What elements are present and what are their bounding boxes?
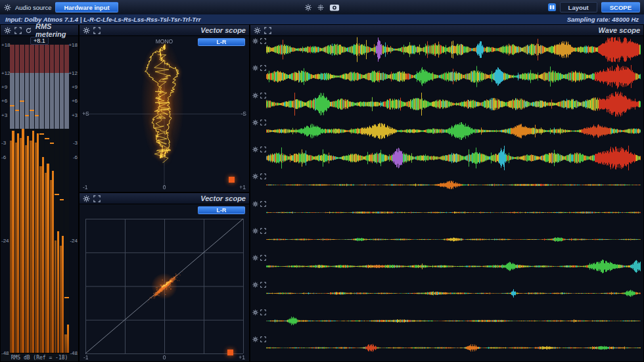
vector-top-mode-button[interactable]: L-R [198, 38, 245, 46]
wave-row-expand-icon[interactable] [260, 309, 266, 315]
wave-row-icons [252, 147, 266, 152]
peak-bar [32, 131, 34, 353]
waveform-canvas [250, 307, 643, 334]
wave-row-gear-icon[interactable] [252, 93, 258, 99]
wave-row-expand-icon[interactable] [260, 255, 266, 261]
wave-row-expand-icon[interactable] [260, 228, 266, 234]
wave-row-expand-icon[interactable] [260, 201, 266, 207]
rms-peak-readout: +8.1 [30, 37, 49, 45]
clip-indicator[interactable] [229, 177, 235, 183]
rms-expand-icon[interactable] [14, 27, 22, 34]
wave-row-expand-icon[interactable] [260, 65, 266, 71]
wave-gear-icon[interactable] [254, 27, 261, 34]
peak-bar [62, 236, 64, 353]
zone-gray [55, 73, 59, 129]
screenshot-camera-icon[interactable] [330, 4, 340, 11]
wave-row-expand-icon[interactable] [260, 336, 266, 342]
peak-bar [47, 164, 49, 353]
rms-reset-icon[interactable] [25, 27, 32, 34]
wave-row-expand-icon[interactable] [260, 147, 266, 152]
wave-row-gear-icon[interactable] [252, 120, 258, 125]
wave-row-gear-icon[interactable] [252, 228, 258, 234]
wave-row-icons [252, 228, 266, 234]
wave-row-c [250, 91, 643, 118]
panel-layout-icon[interactable] [548, 3, 556, 11]
vector-scope-display-top: L-R MONO +S -S -1 0 +1 [80, 36, 249, 192]
wave-row-expand-icon[interactable] [260, 173, 266, 179]
peak-hold-tick [64, 297, 69, 298]
wave-row-expand-icon[interactable] [260, 282, 266, 288]
waveform-canvas [250, 36, 643, 63]
rms-gear-icon[interactable] [4, 27, 11, 34]
wave-row-gear-icon[interactable] [252, 255, 258, 261]
meter-channel-lss [39, 45, 44, 353]
peak-hold-tick [25, 115, 30, 116]
meter-channel-ls [30, 45, 34, 353]
peak-hold-tick [60, 199, 64, 200]
audio-source-gear-icon[interactable] [4, 4, 11, 11]
wave-row-icons [252, 309, 266, 315]
db-scale-label: -3 [68, 140, 78, 146]
zone-red [45, 45, 49, 73]
peak-bar [67, 325, 69, 353]
waveform-canvas [250, 91, 643, 118]
wave-row-icons [252, 173, 266, 179]
wave-row-expand-icon[interactable] [260, 120, 266, 125]
rms-metering-panel: RMS metering +8.1 +18+12+9+6+3-3-6-24-48… [0, 24, 79, 362]
hardware-input-button[interactable]: Hardware input [55, 2, 118, 12]
vector-top-expand-icon[interactable] [93, 27, 101, 34]
wave-row-gear-icon[interactable] [252, 282, 258, 288]
peak-bar [12, 131, 14, 353]
clip-indicator[interactable] [227, 350, 233, 355]
db-scale-label: +9 [68, 83, 78, 89]
wave-row-icons [252, 38, 266, 44]
wave-row-expand-icon[interactable] [260, 38, 266, 44]
db-scale-label: +6 [68, 98, 78, 104]
zone-red [20, 45, 24, 73]
wave-row-icons [252, 255, 266, 261]
wave-row-trl [250, 307, 643, 334]
vector-top-title: Vector scope [200, 26, 246, 34]
snap-grid-icon[interactable] [317, 4, 325, 11]
vector-bottom-gear-icon[interactable] [83, 195, 90, 202]
meter-channel-rss [45, 45, 49, 353]
wave-row-tsr [250, 280, 643, 307]
db-scale-right: +18+12+9+6+3-3-6-24-48 [68, 45, 78, 353]
scope-button[interactable]: SCOPE [601, 2, 640, 12]
meter-channel-tsr [55, 45, 59, 353]
peak-hold-tick [15, 110, 20, 111]
waveform-canvas [250, 199, 643, 226]
meter-channel-c [20, 45, 24, 353]
wave-row-gear-icon[interactable] [252, 65, 258, 71]
vector-top-gear-icon[interactable] [83, 27, 90, 34]
wave-row-gear-icon[interactable] [252, 173, 258, 179]
layout-button[interactable]: Layout [560, 2, 597, 12]
wave-row-gear-icon[interactable] [252, 38, 258, 44]
waveform-canvas [250, 226, 643, 253]
peak-bar [42, 157, 44, 353]
wave-expand-icon[interactable] [264, 27, 271, 34]
axis-label-pos1: +1 [239, 354, 245, 361]
zone-gray [39, 73, 44, 129]
wave-row-rs [250, 171, 643, 198]
audio-source-label: Audio source [15, 4, 51, 11]
vector-bottom-expand-icon[interactable] [93, 195, 101, 202]
info-bar: Input: Dolby Atmos 7.1.4 | L-R-C-Lfe-Ls-… [0, 14, 644, 24]
wave-row-expand-icon[interactable] [260, 93, 266, 99]
vector-scope-panel-top: Vector scope L-R MONO +S -S -1 0 +1 [79, 24, 250, 192]
wave-row-gear-icon[interactable] [252, 336, 258, 342]
settings-gear-icon[interactable] [305, 4, 312, 11]
wave-row-icons [252, 65, 266, 71]
wave-row-gear-icon[interactable] [252, 309, 258, 315]
wave-row-gear-icon[interactable] [252, 201, 258, 207]
wave-row-gear-icon[interactable] [252, 147, 258, 152]
peak-bar [27, 136, 29, 353]
vector-bottom-mode-button[interactable]: L-R [198, 206, 245, 214]
vector-scope-display-bottom: L-R -1 0 +1 [80, 204, 249, 361]
zone-gray [60, 73, 64, 129]
axis-label-neg1: -1 [83, 354, 89, 361]
zone-red [10, 45, 14, 73]
input-format-text: Input: Dolby Atmos 7.1.4 | L-R-C-Lfe-Ls-… [5, 16, 200, 23]
vector-bottom-title: Vector scope [200, 194, 246, 202]
zone-red [25, 45, 30, 73]
